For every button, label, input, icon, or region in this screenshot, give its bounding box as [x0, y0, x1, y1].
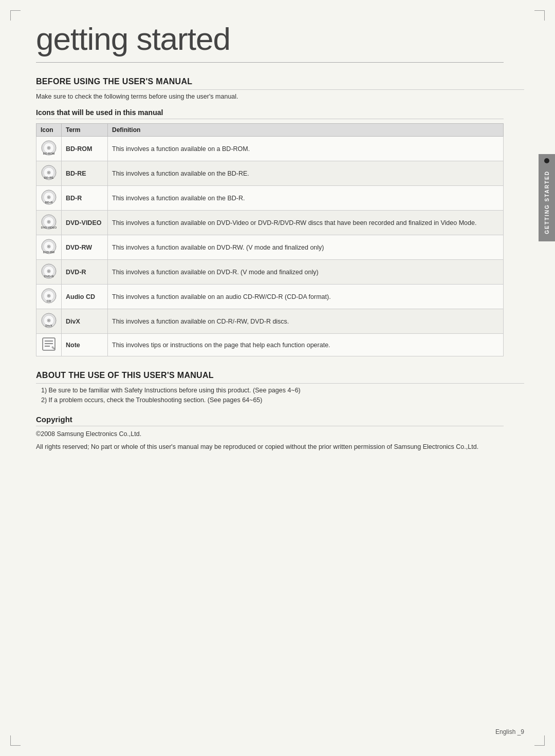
table-row-term: Note: [62, 334, 108, 356]
section1-intro: Make sure to check the following terms b…: [36, 93, 504, 100]
table-row-icon: DivX: [36, 309, 62, 334]
table-row-icon: DVD-RW: [36, 235, 62, 260]
col-definition: Definition: [108, 124, 504, 137]
svg-point-3: [48, 147, 49, 148]
svg-point-8: [48, 172, 49, 173]
table-row-definition: This involves a function available on th…: [108, 161, 504, 186]
section1-heading: BEFORE USING THE USER'S MANUAL: [36, 77, 524, 90]
svg-point-38: [48, 320, 49, 321]
svg-text:DVD-RW: DVD-RW: [43, 251, 55, 254]
side-tab-dot: [544, 158, 549, 163]
table-row-icon: BD-ROM: [36, 137, 62, 161]
svg-text:BD-RE: BD-RE: [44, 176, 54, 179]
svg-point-13: [48, 197, 49, 198]
table-row-icon: BD-R: [36, 186, 62, 211]
svg-text:✎: ✎: [51, 346, 55, 351]
corner-tr: [534, 10, 545, 21]
copyright-lines: ©2008 Samsung Electronics Co.,Ltd.All ri…: [36, 429, 524, 452]
table-row-term: BD-R: [62, 186, 108, 211]
table-row-definition: This involves a function available on an…: [108, 285, 504, 309]
svg-text:DivX: DivX: [45, 324, 52, 327]
table-row-term: BD-ROM: [62, 137, 108, 161]
table-row-term: Audio CD: [62, 285, 108, 309]
about-list: 1) Be sure to be familiar with Safety In…: [36, 387, 524, 404]
svg-text:CD: CD: [47, 299, 51, 303]
side-tab-label: GETTING STARTED: [544, 167, 550, 237]
svg-text:BD-R: BD-R: [45, 201, 53, 204]
table-row-definition: This involves a function available on DV…: [108, 211, 504, 235]
section2-heading: About the use of this user's manual: [36, 371, 524, 384]
copyright-heading: Copyright: [36, 415, 504, 426]
table-row-icon: BD-RE: [36, 161, 62, 186]
table-row-definition: This involves a function available on CD…: [108, 309, 504, 334]
svg-text:BD-ROM: BD-ROM: [43, 152, 55, 155]
list-item: 1) Be sure to be familiar with Safety In…: [41, 387, 524, 394]
table-row-icon: ✎: [36, 334, 62, 356]
side-tab: GETTING STARTED: [539, 154, 555, 241]
table-row-term: DVD-RW: [62, 235, 108, 260]
table-row-definition: This involves a function available on th…: [108, 186, 504, 211]
svg-point-23: [48, 246, 49, 247]
page-footer: English _9: [495, 728, 524, 735]
table-row-icon: DVD-VIDEO: [36, 211, 62, 235]
svg-point-28: [48, 271, 49, 272]
corner-br: [534, 735, 545, 746]
table-row-definition: This involves a function available on a …: [108, 137, 504, 161]
table-row-definition: This involves a function available on DV…: [108, 260, 504, 285]
page-container: GETTING STARTED getting started BEFORE U…: [0, 0, 555, 756]
table-row-icon: DVD-R: [36, 260, 62, 285]
list-item: 2) If a problem occurs, check the Troubl…: [41, 396, 524, 404]
copyright-line-0: ©2008 Samsung Electronics Co.,Ltd.: [36, 429, 504, 439]
table-row-definition: This involves tips or instructions on th…: [108, 334, 504, 356]
page-title: getting started: [36, 21, 504, 63]
table-row-term: DivX: [62, 309, 108, 334]
corner-bl: [10, 735, 21, 746]
svg-text:DVD-VIDEO: DVD-VIDEO: [41, 226, 57, 229]
table-row-term: DVD-VIDEO: [62, 211, 108, 235]
svg-point-33: [48, 295, 49, 296]
col-term: Term: [62, 124, 108, 137]
icons-table: Icon Term Definition BD-ROM BD-ROMThis i…: [36, 123, 504, 356]
col-icon: Icon: [36, 124, 62, 137]
corner-tl: [10, 10, 21, 21]
table-row-term: DVD-R: [62, 260, 108, 285]
icons-subheading: Icons that will be used in this manual: [36, 108, 504, 119]
table-row-definition: This involves a function available on DV…: [108, 235, 504, 260]
table-row-icon: CD: [36, 285, 62, 309]
table-row-term: BD-RE: [62, 161, 108, 186]
svg-point-18: [48, 221, 49, 222]
copyright-line-1: All rights reserved; No part or whole of…: [36, 442, 504, 452]
svg-text:DVD-R: DVD-R: [44, 275, 54, 278]
